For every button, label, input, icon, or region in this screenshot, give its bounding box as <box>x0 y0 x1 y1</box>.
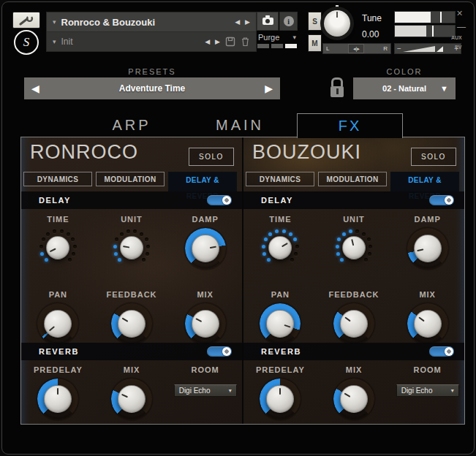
volume-minus[interactable]: − <box>397 45 401 53</box>
knob-label: DAMP <box>414 215 440 225</box>
color-dropdown[interactable]: 02 - Natural ▼ <box>353 77 456 99</box>
knob-face <box>118 310 146 338</box>
delay-damp-knob[interactable] <box>185 228 226 269</box>
close-icon[interactable]: ✕ <box>456 9 463 18</box>
reverb-toggle[interactable] <box>429 346 454 357</box>
tab-arp[interactable]: ARP <box>88 113 175 137</box>
room-label: ROOM <box>414 365 442 376</box>
room-value: Digi Echo <box>401 387 433 395</box>
knob-face <box>192 235 219 262</box>
meter-fill <box>395 12 431 23</box>
pan-right-label: R <box>383 45 388 52</box>
delay-label: DELAY <box>39 196 71 205</box>
pv-button[interactable]: PV <box>455 45 461 50</box>
delay-feedback-knob[interactable] <box>111 303 152 344</box>
tune-value: 0.00 <box>362 29 379 39</box>
delay-time-knob[interactable] <box>260 228 300 267</box>
fx-subtabs: DYNAMICS MODULATION DELAY & REVERB <box>23 172 237 191</box>
delay-toggle[interactable] <box>207 195 232 205</box>
solo-button[interactable]: SOLO <box>189 148 234 166</box>
lock-button[interactable] <box>329 77 345 99</box>
pan-slider-handle[interactable]: ◂|▸ <box>348 44 364 53</box>
save-icon[interactable] <box>225 37 235 47</box>
knob-face <box>118 385 146 413</box>
delay-pan-knob[interactable] <box>260 303 301 344</box>
delay-time-knob[interactable] <box>38 228 78 267</box>
tab-dynamics[interactable]: DYNAMICS <box>23 172 92 186</box>
volume-handle[interactable] <box>437 45 443 52</box>
delay-pan-knob[interactable] <box>37 303 78 344</box>
knob-label: MIX <box>346 365 363 376</box>
wrench-button[interactable] <box>12 12 40 28</box>
solo-header-button[interactable]: S <box>308 12 322 31</box>
delay-unit-knob[interactable] <box>334 228 374 267</box>
preset-prev-icon[interactable]: ◀ <box>31 83 39 94</box>
reverb-mix-knob[interactable] <box>111 379 152 419</box>
tab-modulation[interactable]: MODULATION <box>96 172 165 186</box>
knob-step-dot <box>146 252 149 256</box>
next-instrument-icon[interactable]: ▶ <box>245 18 250 26</box>
chevron-down-icon[interactable]: ▾ <box>53 18 56 26</box>
next-patch-icon[interactable]: ▶ <box>215 38 220 45</box>
reverb-knob-row: PREDELAY MIX ROOM Digi Echo ▾ <box>21 365 242 419</box>
minimize-icon[interactable]: — <box>457 22 466 32</box>
prev-instrument-icon[interactable]: ◀ <box>235 18 240 26</box>
reverb-mix-knob[interactable] <box>333 379 374 419</box>
snapshot-view-button[interactable] <box>257 12 279 31</box>
knob-step-dot <box>342 232 346 236</box>
tab-delay-reverb[interactable]: DELAY & REVERB <box>168 172 237 191</box>
memory-meter-bar <box>285 44 297 48</box>
trash-icon[interactable] <box>241 37 250 47</box>
reverb-knob-row: PREDELAY MIX ROOM Digi Echo ▾ <box>243 365 464 419</box>
knob-face <box>46 236 69 259</box>
prev-patch-icon[interactable]: ◀ <box>205 38 210 45</box>
room-dropdown[interactable]: Digi Echo ▾ <box>174 384 237 397</box>
delay-mix-knob[interactable] <box>407 303 448 344</box>
reverb-section-header: REVERB <box>21 343 242 360</box>
memory-meters <box>257 44 298 48</box>
chevron-down-icon: ▼ <box>440 84 448 93</box>
knob-pointer <box>279 388 281 395</box>
knob-step-dot <box>67 232 70 236</box>
preset-selector[interactable]: ◀ Adventure Time ▶ <box>24 77 280 99</box>
chevron-down-icon: ▾ <box>451 387 454 394</box>
purge-control[interactable]: Purge ▾ <box>257 33 298 42</box>
reverb-predelay-knob[interactable] <box>37 379 78 419</box>
preset-next-icon[interactable]: ▶ <box>265 83 273 94</box>
knob-label: UNIT <box>343 215 365 225</box>
delay-damp-knob[interactable] <box>407 228 448 269</box>
tab-delay-reverb[interactable]: DELAY & REVERB <box>390 172 459 191</box>
knob-label: PAN <box>49 290 67 300</box>
tab-fx[interactable]: FX <box>297 113 403 138</box>
knob-face <box>268 236 292 259</box>
patch-row[interactable]: ▾ Init ◀ ▶ <box>47 32 256 51</box>
knob-label: TIME <box>47 215 69 225</box>
aux-button[interactable]: AUX <box>451 35 462 40</box>
chevron-down-icon[interactable]: ▾ <box>53 38 56 45</box>
info-view-button[interactable]: i <box>279 12 298 31</box>
tab-dynamics[interactable]: DYNAMICS <box>246 172 314 186</box>
fx-subtabs: DYNAMICS MODULATION DELAY & REVERB <box>246 172 459 191</box>
knob-pointer <box>418 316 424 322</box>
delay-mix-knob[interactable] <box>185 303 226 344</box>
room-dropdown[interactable]: Digi Echo ▾ <box>396 384 459 397</box>
delay-feedback-knob[interactable] <box>333 303 374 344</box>
delay-unit-knob[interactable] <box>112 228 151 267</box>
knob-pointer <box>344 316 350 322</box>
mute-header-button[interactable]: M <box>308 34 322 52</box>
solo-button[interactable]: SOLO <box>411 148 456 166</box>
panel-title: RONROCO <box>30 141 138 164</box>
reverb-predelay-knob[interactable] <box>260 379 301 419</box>
delay-toggle[interactable] <box>429 195 454 205</box>
reverb-label: REVERB <box>261 347 301 356</box>
knob-pointer <box>209 246 216 248</box>
tab-modulation[interactable]: MODULATION <box>318 172 387 186</box>
reverb-toggle[interactable] <box>207 346 232 357</box>
delay-knob-row-1: TIME UNIT DAMP <box>21 215 242 269</box>
tab-main[interactable]: MAIN <box>196 113 284 137</box>
volume-slider[interactable]: − + <box>394 43 461 54</box>
tune-knob[interactable] <box>324 10 350 37</box>
instrument-row[interactable]: ▾ Ronroco & Bouzouki ◀ ▶ <box>47 12 256 32</box>
pan-slider[interactable]: L ◂|▸ R <box>322 43 391 54</box>
wrench-icon <box>18 15 34 26</box>
